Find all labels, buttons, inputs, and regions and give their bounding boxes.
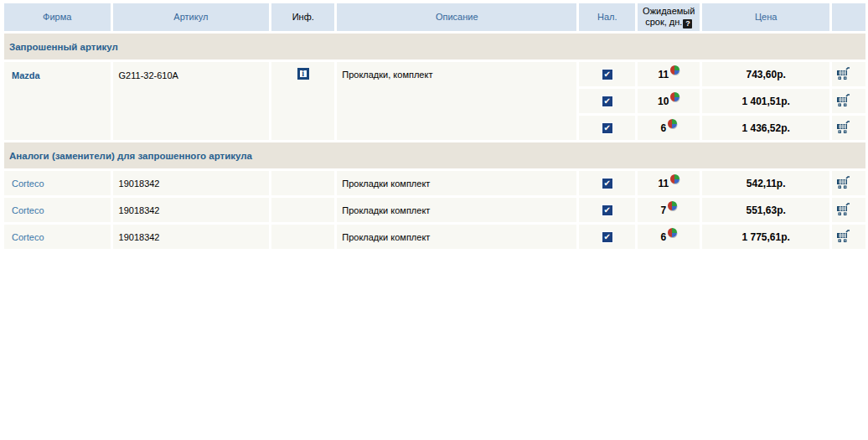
cart-icon bbox=[836, 94, 851, 107]
availability-cell: ✔ bbox=[579, 225, 635, 249]
description-text: Прокладки, комплект bbox=[342, 70, 432, 80]
info-cell: i bbox=[271, 62, 334, 140]
add-to-cart-button[interactable] bbox=[836, 176, 851, 189]
brand-cell: Corteco bbox=[4, 225, 111, 249]
brand-link[interactable]: Corteco bbox=[12, 232, 44, 242]
brand-link[interactable]: Mazda bbox=[12, 70, 40, 80]
info-icon[interactable]: i bbox=[297, 68, 309, 80]
pie-chart-icon[interactable] bbox=[670, 65, 679, 75]
col-header-price[interactable]: Цена bbox=[702, 3, 829, 31]
section-header-row: Аналоги (заменители) для запрошенного ар… bbox=[4, 142, 865, 168]
col-header-availability[interactable]: Нал. bbox=[579, 3, 635, 31]
article-cell: 19018342 bbox=[113, 171, 270, 195]
price-value: 551,63р. bbox=[747, 204, 786, 216]
info-cell bbox=[271, 171, 334, 195]
article-cell: 19018342 bbox=[113, 225, 270, 249]
cart-icon bbox=[836, 203, 851, 216]
price-cell: 542,11р. bbox=[702, 171, 829, 195]
term-cell: 11 bbox=[638, 171, 700, 195]
brand-link[interactable]: Corteco bbox=[12, 205, 44, 215]
cart-icon bbox=[836, 121, 851, 134]
article-number: G211-32-610A bbox=[119, 70, 178, 80]
pie-chart-icon[interactable] bbox=[670, 174, 679, 184]
price-cell: 1 401,51р. bbox=[702, 89, 829, 113]
description-cell: Прокладки комплект bbox=[337, 171, 576, 195]
term-cell: 7 bbox=[638, 198, 700, 222]
cart-cell bbox=[832, 198, 865, 222]
price-cell: 1 436,52р. bbox=[702, 116, 829, 140]
pie-chart-icon[interactable] bbox=[668, 119, 677, 128]
cart-cell bbox=[832, 171, 865, 195]
article-number: 19018342 bbox=[119, 179, 160, 189]
term-cell: 11 bbox=[638, 62, 700, 86]
availability-checkbox-icon[interactable]: ✔ bbox=[602, 204, 613, 216]
table-header-row: Фирма Артикул Инф. Описание Нал. Ожидаем… bbox=[4, 3, 865, 31]
availability-checkbox-icon[interactable]: ✔ bbox=[602, 178, 613, 189]
info-cell bbox=[271, 225, 334, 249]
price-value: 1 401,51р. bbox=[742, 96, 790, 107]
price-cell: 1 775,61р. bbox=[702, 225, 829, 249]
price-cell: 551,63р. bbox=[702, 198, 829, 222]
availability-checkbox-icon[interactable]: ✔ bbox=[602, 122, 613, 134]
article-number: 19018342 bbox=[119, 232, 160, 242]
term-cell: 10 bbox=[638, 89, 700, 113]
term-days: 6 bbox=[660, 122, 666, 134]
term-days: 11 bbox=[658, 178, 669, 189]
description-text: Прокладки комплект bbox=[342, 232, 430, 242]
term-days: 11 bbox=[658, 69, 669, 80]
cart-cell bbox=[832, 62, 865, 86]
term-days: 10 bbox=[658, 96, 669, 107]
cart-icon bbox=[836, 67, 851, 80]
cart-cell bbox=[832, 89, 865, 113]
add-to-cart-button[interactable] bbox=[836, 121, 851, 134]
article-cell: 19018342 bbox=[113, 198, 270, 222]
cart-cell bbox=[832, 116, 865, 140]
availability-checkbox-icon[interactable]: ✔ bbox=[602, 69, 613, 80]
pie-chart-icon[interactable] bbox=[668, 228, 677, 237]
col-header-article[interactable]: Артикул bbox=[113, 3, 270, 31]
col-header-term[interactable]: Ожидаемый срок, дн.? bbox=[638, 3, 700, 31]
description-text: Прокладки комплект bbox=[342, 205, 430, 215]
price-value: 542,11р. bbox=[747, 178, 786, 189]
add-to-cart-button[interactable] bbox=[836, 67, 851, 80]
pie-chart-icon[interactable] bbox=[670, 92, 679, 101]
article-cell: G211-32-610A bbox=[113, 62, 270, 140]
col-header-brand[interactable]: Фирма bbox=[4, 3, 111, 31]
section-title-analogs: Аналоги (заменители) для запрошенного ар… bbox=[4, 142, 865, 168]
price-value: 1 436,52р. bbox=[742, 122, 790, 134]
description-cell: Прокладки комплект bbox=[337, 198, 576, 222]
add-to-cart-button[interactable] bbox=[836, 94, 851, 107]
availability-cell: ✔ bbox=[579, 89, 635, 113]
availability-cell: ✔ bbox=[579, 62, 635, 86]
cart-icon bbox=[836, 230, 851, 243]
availability-cell: ✔ bbox=[579, 171, 635, 195]
cart-cell bbox=[832, 225, 865, 249]
brand-cell: Mazda bbox=[4, 62, 111, 140]
price-value: 743,60р. bbox=[747, 69, 786, 80]
col-header-cart bbox=[832, 3, 865, 31]
term-days: 7 bbox=[660, 204, 666, 216]
cart-icon bbox=[836, 176, 851, 189]
availability-cell: ✔ bbox=[579, 116, 635, 140]
description-cell: Прокладки комплект bbox=[337, 225, 576, 249]
pie-chart-icon[interactable] bbox=[668, 201, 677, 210]
article-number: 19018342 bbox=[119, 205, 160, 215]
offer-row: Corteco 19018342 Прокладки комплект ✔ 7 … bbox=[4, 198, 865, 222]
term-cell: 6 bbox=[638, 225, 700, 249]
col-header-description[interactable]: Описание bbox=[337, 3, 576, 31]
section-title-requested: Запрошенный артикул bbox=[4, 34, 865, 60]
help-icon[interactable]: ? bbox=[683, 19, 692, 28]
brand-link[interactable]: Corteco bbox=[12, 179, 44, 189]
add-to-cart-button[interactable] bbox=[836, 203, 851, 216]
section-header-row: Запрошенный артикул bbox=[4, 34, 865, 60]
price-cell: 743,60р. bbox=[702, 62, 829, 86]
add-to-cart-button[interactable] bbox=[836, 230, 851, 243]
availability-cell: ✔ bbox=[579, 198, 635, 222]
description-cell: Прокладки, комплект bbox=[337, 62, 576, 140]
availability-checkbox-icon[interactable]: ✔ bbox=[602, 96, 613, 107]
availability-checkbox-icon[interactable]: ✔ bbox=[602, 231, 613, 243]
col-header-info: Инф. bbox=[271, 3, 334, 31]
brand-cell: Corteco bbox=[4, 198, 111, 222]
price-value: 1 775,61р. bbox=[742, 231, 790, 243]
term-cell: 6 bbox=[638, 116, 700, 140]
